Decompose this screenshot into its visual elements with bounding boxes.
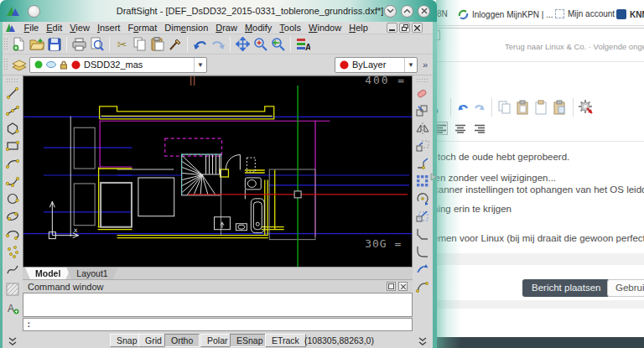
palette-grip[interactable] [6,78,19,82]
breadcrumb[interactable]: Terug naar Linux & Co. · Volgende onge [505,42,644,51]
open-icon[interactable] [28,35,45,53]
paste-icon[interactable] [515,99,532,116]
layer-combo[interactable]: DSDD32_mas ▼ [29,57,207,73]
align-right-icon[interactable] [472,122,486,135]
format-painter-icon[interactable] [166,35,184,53]
tab-layout1[interactable]: Layout1 [66,267,117,279]
spline-icon[interactable] [4,260,22,278]
delete-icon[interactable] [414,84,432,101]
command-window-titlebar[interactable]: Command window [23,279,413,293]
cut-icon[interactable]: ✂ [113,35,131,53]
arc-3-point-icon[interactable] [4,172,22,190]
point-icon[interactable] [4,242,22,260]
paste-icon[interactable] [148,35,166,53]
new-icon[interactable] [10,35,28,53]
tab-model[interactable]: Model [25,267,70,279]
copy-icon[interactable] [131,35,148,53]
zoom-previous-icon[interactable] [269,35,287,53]
chevron-down-icon[interactable]: ▼ [404,58,417,72]
scale-icon[interactable] [414,207,432,225]
toolbar-grip[interactable] [3,38,8,51]
pattern-icon[interactable] [414,172,432,190]
panel-collapse-arrow[interactable] [430,173,437,181]
undo-icon[interactable] [191,35,209,53]
blend-curve-icon[interactable] [414,278,432,295]
close-button[interactable] [418,5,430,18]
maximize-button[interactable] [401,5,413,18]
command-input[interactable]: : [23,318,413,331]
mdi-minimize-button[interactable] [387,23,397,33]
bookmark-label: Mijn account [568,9,615,18]
menu-dimension[interactable]: Dimension [161,23,212,33]
mirror-icon[interactable] [414,119,432,137]
menu-view[interactable]: View [66,23,94,33]
print-preview-icon[interactable] [88,35,106,53]
redo-icon[interactable] [209,35,226,53]
save-icon[interactable] [45,35,63,53]
extend-arc-icon[interactable] [414,260,432,278]
print-icon[interactable] [70,35,88,53]
ortho-toggle[interactable]: Ortho [164,334,200,347]
palette-overflow-chevron[interactable] [414,335,432,348]
paste-plain-icon[interactable] [533,99,550,116]
minimize-button[interactable] [384,5,397,18]
menu-file[interactable]: File [20,23,43,33]
command-close-button[interactable] [398,282,408,291]
bookmark-item[interactable]: Inloggen MijnKPN | ... [458,9,553,20]
menu-format[interactable]: Format [124,23,161,33]
app-icon [5,23,17,33]
layer-color-icon [71,60,80,70]
palette-overflow-chevron[interactable] [4,335,22,348]
ellipse-icon[interactable] [4,207,22,225]
pan-icon[interactable] [234,35,252,53]
chamfer-icon[interactable] [414,225,432,242]
stretch-icon[interactable] [414,154,432,172]
post-message-button[interactable]: Bericht plaatsen [522,279,610,297]
fillet-icon[interactable] [414,242,432,260]
bookmark-item[interactable]: KNM [616,9,644,19]
mdi-close-button[interactable] [412,23,423,33]
arc-icon[interactable] [4,154,22,172]
chevron-down-icon[interactable]: ▼ [194,58,206,72]
copy-icon[interactable] [496,99,513,116]
window-menu-button[interactable] [28,5,40,18]
menu-help[interactable]: Help [345,23,372,33]
palette-grip[interactable] [416,78,429,82]
esnap-toggle[interactable]: ESnap [230,334,270,347]
drawing-canvas[interactable]: x 400 = 30G = [23,75,413,267]
menu-edit[interactable]: Edit [43,23,66,33]
offset-icon[interactable] [414,137,432,154]
note-icon[interactable]: A [4,299,22,317]
mdi-restore-button[interactable] [399,23,410,33]
menu-modify[interactable]: Modify [241,23,275,33]
ellipse-arc-icon[interactable] [4,225,22,242]
polygon-icon[interactable] [4,119,22,137]
title-bar[interactable]: DraftSight - [DEF_DsDD32_2015-0331_toble… [0,0,437,22]
linecolor-combo[interactable]: ByLayer ▼ [335,57,418,73]
toolbar-grip[interactable] [3,58,8,71]
hatch-icon[interactable] [4,280,22,298]
etrack-toggle[interactable]: ETrack [265,334,306,347]
draftsight-window: DraftSight - [DEF_DsDD32_2015-0331_toble… [0,0,437,348]
zoom-dynamic-icon[interactable] [252,35,269,53]
command-history[interactable] [23,293,413,317]
circle-icon[interactable] [4,190,22,207]
bookmark-item[interactable]: Mijn account [555,9,615,18]
polyline-icon[interactable] [4,101,22,119]
paste-word-icon[interactable] [552,99,569,116]
menu-window[interactable]: Window [305,23,345,33]
line-icon[interactable] [4,84,22,101]
rectangle-icon[interactable] [4,137,22,154]
layer-tool-icon[interactable] [10,56,28,74]
rotate-icon[interactable] [414,190,432,207]
menu-insert[interactable]: Insert [93,23,124,33]
secondary-button[interactable]: Gebruik [607,279,644,297]
menu-draw[interactable]: Draw [212,23,242,33]
command-float-button[interactable] [387,282,396,291]
menu-tools[interactable]: Tools [276,23,305,33]
copy-entities-icon[interactable] [414,101,432,119]
gear-icon[interactable] [578,99,595,116]
toolbar-overflow-chevron[interactable]: » [418,60,433,70]
redo-icon[interactable] [471,99,487,116]
layers-manager-icon[interactable]: A [294,35,312,53]
